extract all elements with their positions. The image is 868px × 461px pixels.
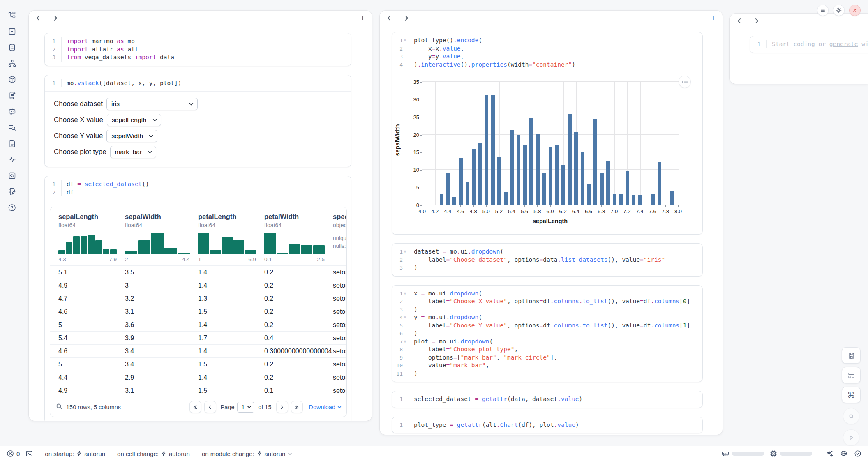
cell-selected-dataset[interactable]: 1selected_dataset = getattr(data, datase…	[392, 391, 703, 408]
datasources-icon[interactable]	[7, 43, 16, 52]
table-row[interactable]: 4.73.21.30.2setosa	[50, 292, 347, 305]
code-line[interactable]: 4).interactive().properties(width="conta…	[392, 61, 702, 69]
code-line[interactable]: 1mo.vstack([dataset, x, y, plot])	[45, 79, 351, 88]
chat-icon[interactable]	[7, 107, 16, 116]
table-row[interactable]: 4.931.40.2setosa	[50, 279, 347, 292]
code-line[interactable]: 8 label="Choose plot type",	[392, 346, 702, 354]
code-line[interactable]: 3from vega_datasets import data	[45, 53, 351, 62]
command-palette-button[interactable]: ⌘	[842, 387, 861, 403]
code-line[interactable]: 1plot_type = getattr(alt.Chart(df), plot…	[392, 421, 702, 429]
expand-right-icon[interactable]	[404, 15, 409, 21]
dropdown-select[interactable]: sepalLength	[107, 114, 161, 126]
add-cell-button[interactable]: +	[711, 14, 716, 22]
menu-button[interactable]	[817, 5, 829, 16]
fold-icon[interactable]: ∨	[403, 313, 407, 322]
table-row[interactable]: 5.43.91.70.4setosa	[50, 331, 347, 344]
next-page-button[interactable]	[276, 401, 288, 413]
code-line[interactable]: 7∨plot = mo.ui.dropdown(	[392, 338, 702, 346]
table-row[interactable]: 53.41.50.2setosa	[50, 357, 347, 371]
tracing-icon[interactable]	[7, 155, 16, 164]
prev-page-button[interactable]	[204, 401, 216, 413]
code-line[interactable]: 1selected_dataset = getattr(data, datase…	[392, 395, 702, 403]
code-line[interactable]: 1∨x = mo.ui.dropdown(	[392, 290, 702, 298]
on-module-change-setting[interactable]: on module change: autorun	[202, 450, 292, 457]
run-button[interactable]	[843, 429, 859, 446]
ram-usage[interactable]	[722, 450, 729, 457]
column-header[interactable]: petalLengthfloat6416.9	[190, 207, 256, 265]
first-page-button[interactable]	[189, 401, 201, 413]
collapse-left-icon[interactable]	[736, 18, 742, 24]
code-line[interactable]: 4∨y = mo.ui.dropdown(	[392, 313, 702, 322]
search-icon[interactable]	[56, 403, 62, 411]
copilot-button[interactable]	[840, 450, 847, 457]
error-count[interactable]: 0	[7, 450, 20, 457]
cell-plot[interactable]: 1∨plot_type().encode(2 x=x.value,3 y=y.v…	[392, 32, 703, 235]
code-line[interactable]: 2 x=x.value,	[392, 45, 702, 53]
on-cell-change-setting[interactable]: on cell change: autorun	[117, 450, 190, 457]
dropdown-select[interactable]: sepalWidth	[106, 130, 157, 142]
code-line[interactable]: 2import altair as alt	[45, 46, 351, 54]
page-select[interactable]: 1	[237, 402, 254, 413]
save-button[interactable]	[842, 347, 861, 364]
code-line[interactable]: 10 value="mark_bar",	[392, 362, 702, 370]
documentation-icon[interactable]	[7, 91, 16, 100]
settings-gear-button[interactable]	[833, 5, 845, 16]
layout-button[interactable]	[842, 367, 861, 383]
cell-dataframe[interactable]: 1df = selected_dataset()2df sepalLengthf…	[44, 176, 351, 421]
expand-right-icon[interactable]	[53, 15, 58, 21]
cell-plot-type[interactable]: 1plot_type = getattr(alt.Chart(df), plot…	[392, 417, 703, 434]
code-line[interactable]: 1import marimo as mo	[45, 37, 351, 46]
close-button[interactable]	[849, 5, 861, 16]
download-button[interactable]: Download	[309, 404, 342, 410]
code-line[interactable]: 2 label="Choose X value", options=df.col…	[392, 297, 702, 306]
code-line[interactable]: 2 label="Choose dataset", options=data.l…	[392, 256, 702, 264]
ai-assist-button[interactable]	[826, 450, 833, 457]
last-page-button[interactable]	[291, 401, 303, 413]
file-explorer-icon[interactable]	[7, 11, 16, 20]
plot-area[interactable]	[422, 82, 678, 205]
collapse-left-icon[interactable]	[386, 15, 392, 21]
code-line[interactable]: 2df	[45, 189, 351, 197]
on-startup-setting[interactable]: on startup: autorun	[45, 450, 105, 457]
fold-icon[interactable]: ∨	[403, 248, 407, 256]
table-row[interactable]: 4.42.91.40.2setosa	[50, 371, 347, 384]
logs-icon[interactable]	[7, 123, 16, 132]
dropdown-select[interactable]: mark_bar	[110, 146, 156, 158]
code-line[interactable]: 3 y=y.value,	[392, 53, 702, 61]
dropdown-select[interactable]: iris	[106, 98, 198, 110]
cell-imports[interactable]: 1import marimo as mo2import altair as al…	[44, 33, 351, 66]
terminal-button[interactable]	[25, 450, 33, 457]
code-line[interactable]: 1∨plot_type().encode(	[392, 37, 702, 45]
code-line[interactable]: 9 options=["mark_bar", "mark_circle"],	[392, 354, 702, 362]
outputs-icon[interactable]	[7, 171, 16, 180]
table-row[interactable]: 53.61.40.2setosa	[50, 318, 347, 331]
fold-icon[interactable]: ∨	[403, 290, 407, 298]
generate-link[interactable]: generate	[829, 41, 858, 47]
fold-icon[interactable]: ∨	[403, 37, 407, 45]
cell-dataset-dropdown[interactable]: 1∨dataset = mo.ui.dropdown(2 label="Choo…	[392, 243, 703, 277]
fold-icon[interactable]: ∨	[403, 338, 407, 346]
connection-status[interactable]	[854, 450, 861, 457]
column-header[interactable]: speciesobjectunique:nulls:	[325, 207, 347, 265]
expand-right-icon[interactable]	[754, 18, 760, 24]
table-row[interactable]: 4.63.11.50.2setosa	[50, 305, 347, 318]
collapse-left-icon[interactable]	[35, 15, 41, 21]
empty-code-cell[interactable]: 1 Start coding or generate with AI	[750, 36, 868, 53]
code-line[interactable]: 3)	[392, 264, 702, 272]
column-header[interactable]: sepalWidthfloat6424.4	[117, 207, 190, 265]
table-row[interactable]: 5.13.51.40.2setosa	[50, 265, 347, 279]
stop-button[interactable]	[843, 408, 859, 424]
altair-bar-chart[interactable]: sepalWidth sepalLength 051015202530354.0…	[392, 73, 702, 234]
code-line[interactable]: 11)	[392, 370, 702, 378]
column-header[interactable]: petalWidthfloat640.12.5	[256, 207, 325, 265]
code-placeholder[interactable]: Start coding or generate with AI	[766, 40, 868, 48]
functions-icon[interactable]	[7, 27, 16, 36]
snippets-icon[interactable]	[7, 139, 16, 148]
cpu-usage[interactable]	[770, 450, 777, 457]
code-line[interactable]: 6)	[392, 330, 702, 338]
code-line[interactable]: 3)	[392, 306, 702, 314]
cell-xy-plot-dropdowns[interactable]: 1∨x = mo.ui.dropdown(2 label="Choose X v…	[392, 285, 703, 383]
help-icon[interactable]	[7, 203, 16, 212]
cell-vstack[interactable]: 1mo.vstack([dataset, x, y, plot]) Choose…	[44, 75, 351, 168]
code-line[interactable]: 5 label="Choose Y value", options=df.col…	[392, 322, 702, 330]
